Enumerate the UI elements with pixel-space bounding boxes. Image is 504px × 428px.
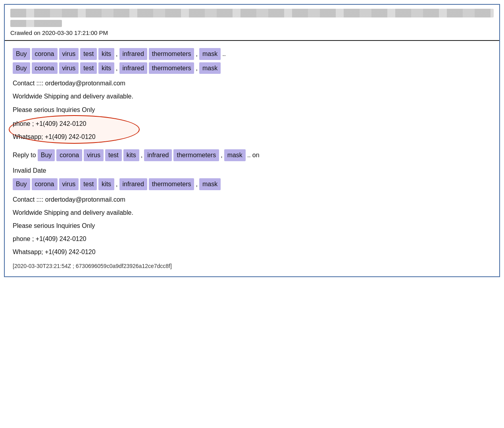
token-test-2: test bbox=[80, 62, 97, 74]
token-buy-1: Buy bbox=[13, 48, 30, 60]
token-infrared-3: infrared bbox=[144, 149, 172, 161]
invalid-date: Invalid Date bbox=[13, 165, 491, 176]
token-infrared-4: infrared bbox=[119, 178, 147, 190]
token-corona-3: corona bbox=[56, 149, 82, 161]
token-buy-2: Buy bbox=[13, 62, 30, 74]
blurred-bar-top bbox=[10, 9, 494, 17]
token-corona-1: corona bbox=[32, 48, 58, 60]
token-buy-3: Buy bbox=[38, 149, 55, 161]
contact-1: Contact :::: ordertoday@protonmail.com bbox=[13, 78, 491, 89]
phone-1: phone ; +1(409) 242-0120 bbox=[13, 118, 491, 129]
token-mask-4: mask bbox=[199, 178, 221, 190]
token-infrared-2: infrared bbox=[119, 62, 147, 74]
token-kits-2: kits bbox=[98, 62, 114, 74]
comma-2: , bbox=[196, 49, 197, 59]
contact-2: Contact :::: ordertoday@protonmail.com bbox=[13, 194, 491, 205]
line1: Buy corona virus test kits , infrared th… bbox=[13, 48, 491, 60]
token-mask-1: mask bbox=[199, 48, 221, 60]
comma-5: , bbox=[141, 150, 142, 160]
token-kits-3: kits bbox=[123, 149, 139, 161]
token-corona-2: corona bbox=[32, 62, 58, 74]
blurred-bar-small bbox=[10, 20, 62, 27]
token-mask-2: mask bbox=[199, 62, 221, 74]
dotdot-1: .. bbox=[222, 49, 226, 59]
token-mask-3: mask bbox=[224, 149, 246, 161]
token-thermometers-1: thermometers bbox=[149, 48, 194, 60]
line2: Buy corona virus test kits , infrared th… bbox=[13, 62, 491, 74]
reply-prefix: Reply to bbox=[13, 150, 36, 160]
main-container: Crawled on 2020-03-30 17:21:00 PM Buy co… bbox=[4, 4, 500, 277]
token-thermometers-3: thermometers bbox=[173, 149, 219, 161]
comma-7: , bbox=[116, 179, 117, 189]
comma-6: , bbox=[221, 150, 222, 160]
header-section: Crawled on 2020-03-30 17:21:00 PM bbox=[5, 5, 499, 41]
token-test-1: test bbox=[80, 48, 97, 60]
inquiries-2: Please serious Inquiries Only bbox=[13, 220, 491, 231]
token-infrared-1: infrared bbox=[119, 48, 147, 60]
line3: Buy corona virus test kits , infrared th… bbox=[13, 178, 491, 190]
token-kits-1: kits bbox=[98, 48, 114, 60]
shipping-2: Worldwide Shipping and delivery availabl… bbox=[13, 207, 491, 218]
token-test-4: test bbox=[80, 178, 97, 190]
dotdot-2: .. bbox=[247, 150, 251, 160]
phone-2: phone ; +1(409) 242-0120 bbox=[13, 233, 491, 244]
footer-hash: [2020-03-30T23:21:54Z ; 6730696059c0a9df… bbox=[13, 261, 491, 269]
token-virus-3: virus bbox=[84, 149, 104, 161]
content-section: Buy corona virus test kits , infrared th… bbox=[5, 41, 499, 276]
on-text: on bbox=[252, 150, 260, 160]
token-test-3: test bbox=[105, 149, 122, 161]
token-virus-1: virus bbox=[59, 48, 79, 60]
comma-4: , bbox=[196, 63, 197, 73]
highlighted-section: phone ; +1(409) 242-0120 Whatsapp; +1(40… bbox=[13, 118, 491, 145]
token-virus-4: virus bbox=[59, 178, 79, 190]
crawled-timestamp: Crawled on 2020-03-30 17:21:00 PM bbox=[10, 29, 494, 36]
reply-line: Reply to Buy corona virus test kits , in… bbox=[13, 149, 491, 161]
token-thermometers-4: thermometers bbox=[149, 178, 194, 190]
token-kits-4: kits bbox=[98, 178, 114, 190]
token-buy-4: Buy bbox=[13, 178, 30, 190]
whatsapp-2: Whatsapp; +1(409) 242-0120 bbox=[13, 247, 491, 257]
token-virus-2: virus bbox=[59, 62, 79, 74]
token-thermometers-2: thermometers bbox=[149, 62, 194, 74]
whatsapp-1: Whatsapp; +1(409) 242-0120 bbox=[13, 131, 491, 142]
shipping-1: Worldwide Shipping and delivery availabl… bbox=[13, 91, 491, 102]
inquiries-1: Please serious Inquiries Only bbox=[13, 104, 491, 115]
token-corona-4: corona bbox=[32, 178, 58, 190]
comma-8: , bbox=[196, 179, 197, 189]
comma-1: , bbox=[116, 49, 117, 59]
comma-3: , bbox=[116, 63, 117, 73]
